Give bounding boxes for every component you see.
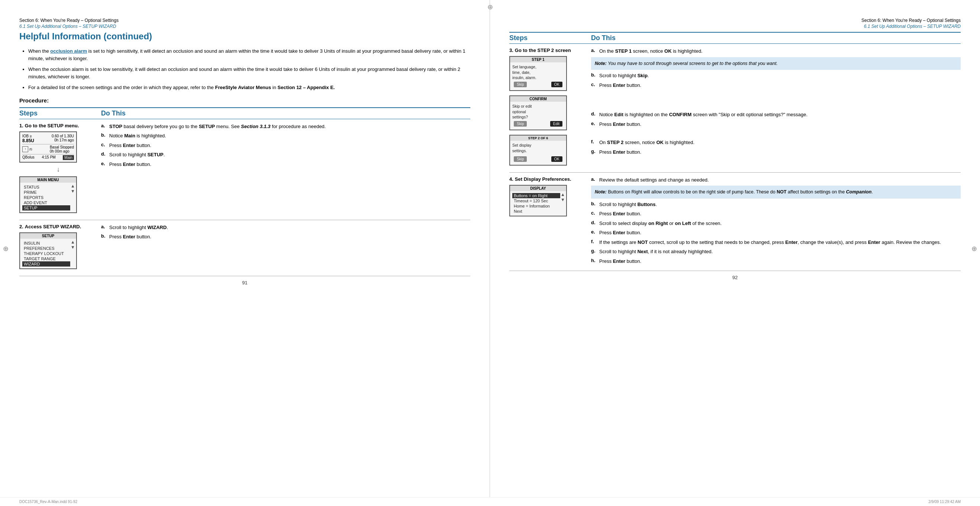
- step-row-4: 4. Set Display Preferences. DISPLAY Butt…: [509, 173, 961, 271]
- footer-right: 2/9/09 11:29:42 AM: [928, 500, 961, 504]
- step-4c: c. Press Enter button.: [591, 210, 961, 217]
- step-4f: f. If the settings are NOT correct, scro…: [591, 239, 961, 246]
- step-3g: g. Press Enter button.: [591, 149, 961, 156]
- step-3c: c. Press Enter button.: [591, 82, 961, 89]
- step-4d: d. Scroll to select display on Right or …: [591, 220, 961, 227]
- step-3-note: Note: You may have to scroll through sev…: [591, 57, 961, 70]
- step-2-number: 2.: [19, 224, 24, 229]
- steps-col-header: Steps: [19, 109, 101, 117]
- step-4-number: 4.: [509, 176, 514, 182]
- left-section-header: Section 6: When You're Ready – Optional …: [19, 18, 470, 23]
- step-1a: a. STOP basal delivery before you go to …: [101, 123, 470, 130]
- step-2-left: 2. Access SETUP WIZARD. SETUP INSULIN PR…: [19, 224, 101, 272]
- right-section-header: Section 6: When You're Ready – Optional …: [509, 18, 961, 23]
- step-3d: d. Notice Edit is highlighted on the CON…: [591, 111, 961, 119]
- device-screen-confirm: CONFIRM Skip or edit optional settings? …: [509, 95, 567, 130]
- right-steps-col-header: Steps: [509, 34, 591, 42]
- step-2-action: Access SETUP WIZARD.: [25, 224, 81, 229]
- procedure-heading: Procedure:: [19, 97, 470, 103]
- step-4b: b. Scroll to highlight Buttons.: [591, 201, 961, 208]
- right-steps-table-header: Steps Do This: [509, 32, 961, 44]
- step-row-3: 3. Go to the STEP 2 screen STEP 1 Set la…: [509, 44, 961, 173]
- step-1-left: 1. Go to the SETUP menu. IOB ≥ 8.85U 0.6…: [19, 123, 101, 216]
- step-3-action: Go to the STEP 2 screen: [515, 48, 571, 53]
- occlusion-alarm-link: occlusion alarm: [50, 48, 87, 54]
- step-3b: b. Scroll to highlight Skip.: [591, 72, 961, 79]
- right-section-subheader: 6.1 Set Up Additional Options – SETUP WI…: [509, 24, 961, 29]
- step-row-2: 2. Access SETUP WIZARD. SETUP INSULIN PR…: [19, 220, 470, 276]
- dothis-col-header: Do This: [101, 109, 470, 117]
- right-dothis-col-header: Do This: [591, 34, 961, 42]
- step-1b: b. Notice Main is highlighted.: [101, 132, 470, 140]
- step-4-note: Note: Buttons on Right will allow contro…: [591, 186, 961, 198]
- step-4-right: a. Review the default settings and chang…: [591, 176, 961, 267]
- bullet-list: When the occlusion alarm is set to high …: [19, 48, 470, 91]
- bullet-item-1: When the occlusion alarm is set to high …: [28, 48, 470, 62]
- step-4e: e. Press Enter button.: [591, 229, 961, 236]
- step-2b: b. Press Enter button.: [101, 233, 470, 241]
- page-right: Section 6: When You're Ready – Optional …: [490, 0, 980, 497]
- page-left: Section 6: When You're Ready – Optional …: [0, 0, 490, 497]
- left-page-number: 91: [19, 276, 470, 289]
- step-3f: f. On STEP 2 screen, notice OK is highli…: [591, 139, 961, 146]
- step-4g: g. Scroll to highlight Next, if it is no…: [591, 248, 961, 255]
- step-1-right: a. STOP basal delivery before you go to …: [101, 123, 470, 170]
- step-1d: d. Scroll to highlight SETUP.: [101, 151, 470, 159]
- step-4a: a. Review the default settings and chang…: [591, 176, 961, 184]
- step-1e: e. Press Enter button.: [101, 161, 470, 168]
- step-2a: a. Scroll to highlight WIZARD.: [101, 224, 470, 231]
- bullet-item-3: For a detailed list of the screen settin…: [28, 84, 470, 91]
- footer-left: DOC15736_Rev-A-Man.indd 91-92: [19, 500, 77, 504]
- step-1c: c. Press Enter button.: [101, 142, 470, 149]
- step-row-1: 1. Go to the SETUP menu. IOB ≥ 8.85U 0.6…: [19, 119, 470, 220]
- device-screen-main-menu: MAIN MENU STATUS PRIME REPORTS ADD EVENT…: [19, 176, 77, 213]
- step-3e: e. Press Enter button.: [591, 121, 961, 128]
- step-3-number: 3.: [509, 48, 514, 53]
- device-screen-step2: STEP 2 OF 6 Set display settings. Skip O…: [509, 135, 567, 165]
- steps-table-header: Steps Do This: [19, 107, 470, 119]
- footer-bar: DOC15736_Rev-A-Man.indd 91-92 2/9/09 11:…: [0, 497, 980, 506]
- step-2-right: a. Scroll to highlight WIZARD. b. Press …: [101, 224, 470, 243]
- step-1-action: Go to the SETUP menu.: [25, 123, 79, 128]
- device-screen-display: DISPLAY Buttons = on Right Timeout = 120…: [509, 185, 567, 216]
- step-3-left: 3. Go to the STEP 2 screen STEP 1 Set la…: [509, 48, 591, 168]
- device-screen-step1: STEP 1 Set language, time, date, insulin…: [509, 56, 567, 91]
- step-3-right: a. On the STEP 1 screen, notice OK is hi…: [591, 48, 961, 158]
- bullet-item-2: When the occlusion alarm is set to low s…: [28, 66, 470, 80]
- device-screen-status: IOB ≥ 8.85U 0.60 of 1.30U 0h 17m ago: [19, 132, 77, 163]
- step-3a: a. On the STEP 1 screen, notice OK is hi…: [591, 48, 961, 55]
- right-page-number: 92: [509, 271, 961, 284]
- step-4h: h. Press Enter button.: [591, 258, 961, 265]
- device-screen-setup-menu: SETUP INSULIN PREFERENCES THERAPY LOCKOU…: [19, 232, 77, 269]
- step-4-action: Set Display Preferences.: [515, 176, 571, 182]
- step-4-left: 4. Set Display Preferences. DISPLAY Butt…: [509, 176, 591, 219]
- left-page-title: Helpful Information (continued): [19, 31, 470, 41]
- left-section-subheader: 6.1 Set Up Additional Options – SETUP WI…: [19, 24, 470, 29]
- step-1-number: 1.: [19, 123, 24, 128]
